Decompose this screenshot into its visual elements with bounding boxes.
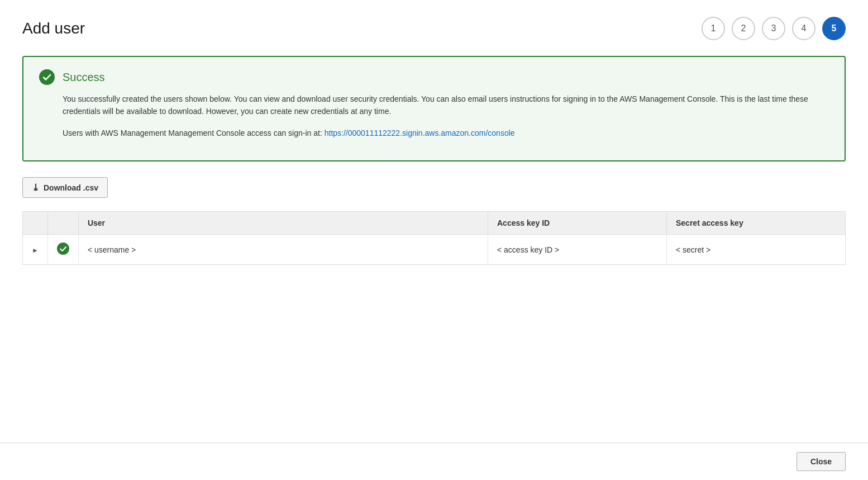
- svg-point-0: [39, 69, 55, 85]
- step-5[interactable]: 5: [822, 17, 846, 40]
- col-header-secret-access-key: Secret access key: [667, 212, 846, 235]
- col-header-status: [47, 212, 78, 235]
- step-indicators: 1 2 3 4 5: [702, 17, 846, 40]
- success-title: Success: [63, 71, 105, 84]
- row-secret-key-cell: < secret >: [667, 235, 846, 265]
- footer: Close: [0, 443, 868, 480]
- close-button[interactable]: Close: [797, 452, 846, 471]
- col-header-expand: [23, 212, 48, 235]
- table-header-row: User Access key ID Secret access key: [23, 212, 846, 235]
- row-username-cell: < username >: [78, 235, 488, 265]
- step-2[interactable]: 2: [732, 17, 755, 40]
- success-icon: [39, 69, 55, 85]
- step-4[interactable]: 4: [792, 17, 815, 40]
- col-header-user: User: [78, 212, 488, 235]
- row-status-cell: [47, 235, 78, 265]
- username-value: < username >: [88, 245, 136, 254]
- step-3[interactable]: 3: [762, 17, 785, 40]
- row-access-key-cell: < access key ID >: [488, 235, 667, 265]
- download-csv-button[interactable]: ⤓ Download .csv: [22, 177, 108, 198]
- expand-arrow-icon[interactable]: ►: [32, 246, 39, 254]
- table-row: ► < username > < access key ID >: [23, 235, 846, 265]
- console-url-link[interactable]: https://000011112222.signin.aws.amazon.c…: [325, 129, 515, 137]
- access-key-id-value: < access key ID >: [497, 245, 559, 254]
- step-1[interactable]: 1: [702, 17, 725, 40]
- row-expand-cell[interactable]: ►: [23, 235, 48, 265]
- svg-point-1: [57, 243, 69, 255]
- success-body: You successfully created the users shown…: [63, 93, 829, 139]
- row-success-icon: [57, 243, 69, 255]
- page-title: Add user: [22, 20, 85, 37]
- col-header-access-key-id: Access key ID: [488, 212, 667, 235]
- success-header: Success: [39, 69, 829, 85]
- secret-access-key-value: < secret >: [676, 245, 710, 254]
- success-body-line2: Users with AWS Management Management Con…: [63, 127, 829, 139]
- success-body-line1: You successfully created the users shown…: [63, 93, 829, 118]
- download-icon: ⤓: [32, 182, 39, 193]
- header: Add user 1 2 3 4 5: [22, 17, 846, 40]
- success-banner: Success You successfully created the use…: [22, 56, 846, 161]
- page-container: Add user 1 2 3 4 5 Success: [0, 0, 868, 480]
- users-table: User Access key ID Secret access key ►: [22, 211, 846, 265]
